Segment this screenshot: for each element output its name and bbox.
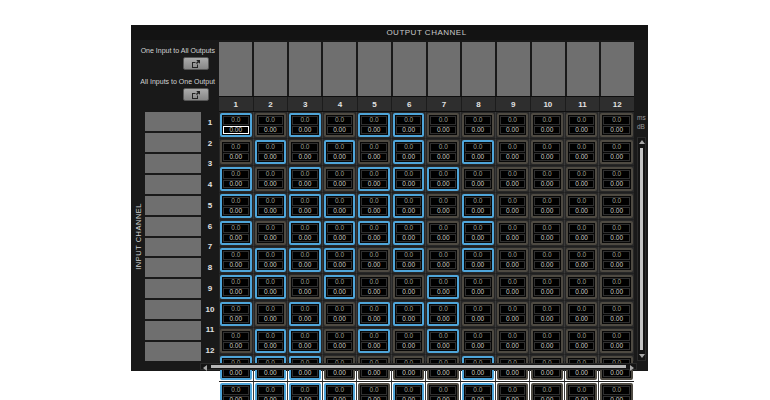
gain-value-field[interactable]: 0.00 [465, 396, 491, 400]
crosspoint-cell[interactable]: 0.00.00 [289, 275, 321, 299]
crosspoint-cell[interactable]: 0.00.00 [393, 113, 425, 137]
delay-value-field[interactable]: 0.0 [603, 278, 630, 287]
delay-value-field[interactable]: 0.0 [534, 305, 560, 314]
output-channel-strip[interactable] [601, 42, 634, 96]
crosspoint-cell[interactable]: 0.00.00 [393, 221, 425, 245]
crosspoint-cell[interactable]: 0.00.00 [255, 221, 287, 245]
delay-value-field[interactable]: 0.0 [465, 170, 491, 179]
delay-value-field[interactable]: 0.0 [534, 278, 560, 287]
delay-value-field[interactable]: 0.0 [430, 143, 456, 152]
delay-value-field[interactable]: 0.0 [292, 224, 318, 233]
gain-value-field[interactable]: 0.00 [223, 126, 249, 135]
gain-value-field[interactable]: 0.00 [430, 288, 456, 297]
gain-value-field[interactable]: 0.00 [603, 207, 630, 216]
gain-value-field[interactable]: 0.00 [258, 180, 284, 189]
gain-value-field[interactable]: 0.00 [292, 342, 318, 351]
gain-value-field[interactable]: 0.00 [603, 180, 630, 189]
delay-value-field[interactable]: 0.0 [430, 305, 456, 314]
crosspoint-cell[interactable]: 0.00.00 [289, 383, 321, 400]
gain-value-field[interactable]: 0.00 [361, 207, 387, 216]
gain-value-field[interactable]: 0.00 [430, 180, 456, 189]
gain-value-field[interactable]: 0.00 [603, 126, 630, 135]
gain-value-field[interactable]: 0.00 [534, 342, 560, 351]
delay-value-field[interactable]: 0.0 [258, 197, 284, 206]
crosspoint-cell[interactable]: 0.00.00 [566, 221, 598, 245]
crosspoint-cell[interactable]: 0.00.00 [566, 248, 598, 272]
crosspoint-cell[interactable]: 0.00.00 [358, 167, 390, 191]
crosspoint-cell[interactable]: 0.00.00 [289, 221, 321, 245]
delay-value-field[interactable]: 0.0 [292, 116, 318, 125]
delay-value-field[interactable]: 0.0 [396, 116, 422, 125]
delay-value-field[interactable]: 0.0 [292, 386, 318, 395]
gain-value-field[interactable]: 0.00 [603, 396, 630, 400]
delay-value-field[interactable]: 0.0 [258, 332, 284, 341]
delay-value-field[interactable]: 0.0 [327, 305, 353, 314]
delay-value-field[interactable]: 0.0 [258, 278, 284, 287]
delay-value-field[interactable]: 0.0 [603, 386, 630, 395]
delay-value-field[interactable]: 0.0 [258, 251, 284, 260]
input-channel-strip[interactable] [145, 279, 201, 298]
gain-value-field[interactable]: 0.00 [327, 180, 353, 189]
delay-value-field[interactable]: 0.0 [327, 278, 353, 287]
crosspoint-cell[interactable]: 0.00.00 [531, 275, 563, 299]
gain-value-field[interactable]: 0.00 [258, 315, 284, 324]
delay-value-field[interactable]: 0.0 [361, 305, 387, 314]
delay-value-field[interactable]: 0.0 [500, 224, 526, 233]
delay-value-field[interactable]: 0.0 [361, 170, 387, 179]
vertical-scrollbar[interactable] [637, 137, 646, 361]
delay-value-field[interactable]: 0.0 [258, 170, 284, 179]
crosspoint-cell[interactable]: 0.00.00 [324, 113, 356, 137]
gain-value-field[interactable]: 0.00 [223, 261, 249, 270]
gain-value-field[interactable]: 0.00 [396, 261, 422, 270]
gain-value-field[interactable]: 0.00 [500, 234, 526, 243]
gain-value-field[interactable]: 0.00 [292, 261, 318, 270]
gain-value-field[interactable]: 0.00 [361, 342, 387, 351]
crosspoint-cell[interactable]: 0.00.00 [462, 248, 494, 272]
input-channel-strip[interactable] [145, 112, 201, 131]
delay-value-field[interactable]: 0.0 [223, 278, 249, 287]
delay-value-field[interactable]: 0.0 [465, 224, 491, 233]
gain-value-field[interactable]: 0.00 [500, 261, 526, 270]
gain-value-field[interactable]: 0.00 [603, 234, 630, 243]
delay-value-field[interactable]: 0.0 [603, 170, 630, 179]
delay-value-field[interactable]: 0.0 [361, 251, 387, 260]
delay-value-field[interactable]: 0.0 [292, 251, 318, 260]
crosspoint-cell[interactable]: 0.00.00 [289, 329, 321, 353]
delay-value-field[interactable]: 0.0 [534, 116, 560, 125]
delay-value-field[interactable]: 0.0 [569, 224, 595, 233]
gain-value-field[interactable]: 0.00 [430, 207, 456, 216]
delay-value-field[interactable]: 0.0 [465, 116, 491, 125]
gain-value-field[interactable]: 0.00 [327, 207, 353, 216]
delay-value-field[interactable]: 0.0 [603, 332, 630, 341]
gain-value-field[interactable]: 0.00 [569, 288, 595, 297]
delay-value-field[interactable]: 0.0 [223, 386, 249, 395]
scroll-left-icon[interactable] [203, 365, 207, 371]
crosspoint-cell[interactable]: 0.00.00 [566, 113, 598, 137]
delay-value-field[interactable]: 0.0 [396, 143, 422, 152]
gain-value-field[interactable]: 0.00 [223, 207, 249, 216]
gain-value-field[interactable]: 0.00 [534, 261, 560, 270]
delay-value-field[interactable]: 0.0 [361, 116, 387, 125]
crosspoint-cell[interactable]: 0.00.00 [497, 194, 529, 218]
delay-value-field[interactable]: 0.0 [465, 305, 491, 314]
crosspoint-cell[interactable]: 0.00.00 [358, 140, 390, 164]
gain-value-field[interactable]: 0.00 [361, 153, 387, 162]
gain-value-field[interactable]: 0.00 [603, 261, 630, 270]
gain-value-field[interactable]: 0.00 [534, 396, 560, 400]
all-inputs-one-output-button[interactable] [183, 88, 209, 101]
crosspoint-cell[interactable]: 0.00.00 [497, 329, 529, 353]
crosspoint-cell[interactable]: 0.00.00 [497, 221, 529, 245]
crosspoint-cell[interactable]: 0.00.00 [427, 113, 459, 137]
gain-value-field[interactable]: 0.00 [500, 153, 526, 162]
delay-value-field[interactable]: 0.0 [534, 143, 560, 152]
crosspoint-cell[interactable]: 0.00.00 [358, 329, 390, 353]
delay-value-field[interactable]: 0.0 [292, 305, 318, 314]
gain-value-field[interactable]: 0.00 [396, 342, 422, 351]
crosspoint-cell[interactable]: 0.00.00 [566, 140, 598, 164]
crosspoint-cell[interactable]: 0.00.00 [600, 329, 633, 353]
output-channel-strip[interactable] [532, 42, 565, 96]
gain-value-field[interactable]: 0.00 [292, 234, 318, 243]
delay-value-field[interactable]: 0.0 [223, 143, 249, 152]
crosspoint-cell[interactable]: 0.00.00 [566, 167, 598, 191]
gain-value-field[interactable]: 0.00 [361, 180, 387, 189]
